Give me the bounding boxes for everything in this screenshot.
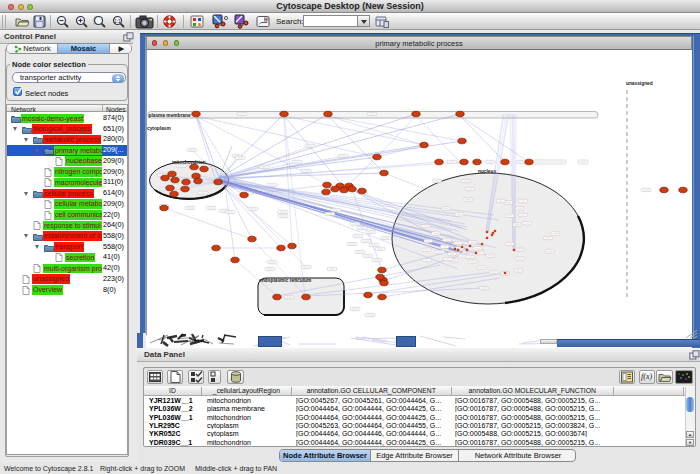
svg-text:cytoplasm: cytoplasm — [147, 126, 171, 131]
svg-text:plasma membrane: plasma membrane — [149, 113, 191, 118]
svg-text:nucleus: nucleus — [478, 169, 496, 174]
svg-text:1:1: 1:1 — [114, 19, 121, 24]
svg-text:unassigned: unassigned — [626, 81, 653, 86]
svg-text:mitochondrion: mitochondrion — [172, 160, 206, 165]
